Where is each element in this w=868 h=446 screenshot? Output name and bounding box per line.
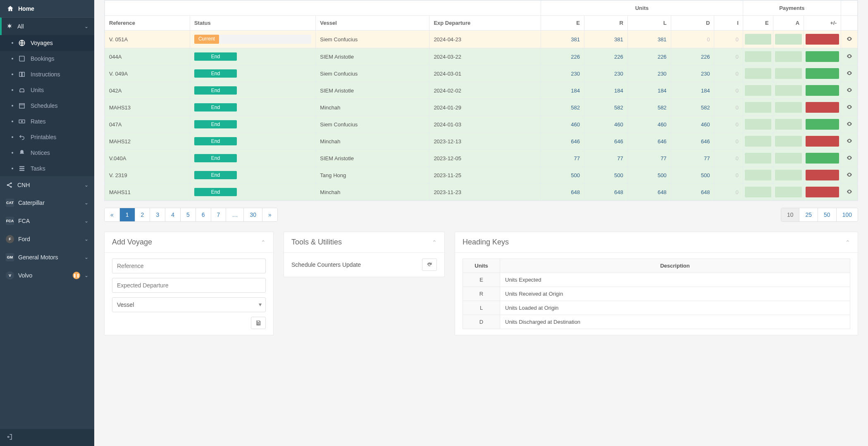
th-units-l[interactable]: L [627,16,671,31]
nav-fca[interactable]: FCA FCA ⌄ [0,212,94,230]
cell-reference: V. 2319 [105,167,190,184]
save-voyage-button[interactable] [251,317,266,329]
page-next[interactable]: » [262,208,277,221]
nav-home[interactable]: Home [0,0,94,17]
view-row-button[interactable] [841,48,858,65]
table-row[interactable]: V.040AEndSIEM Aristotle2023-12-057777777… [105,150,858,167]
view-row-button[interactable] [841,31,858,48]
view-row-button[interactable] [841,167,858,184]
page-4[interactable]: 4 [165,208,181,221]
add-voyage-panel: Add Voyage ⌃ Vessel [104,232,274,335]
nav-schedules[interactable]: Schedules [0,98,94,114]
size-100[interactable]: 100 [837,208,858,221]
chevron-down-icon: ⌄ [84,218,88,224]
collapse-icon[interactable]: ⌃ [261,239,266,246]
nav-units[interactable]: Units [0,82,94,98]
page-last[interactable]: 30 [244,208,262,221]
nav-all[interactable]: All ⌄ [0,17,94,35]
nav-rates[interactable]: Rates [0,114,94,129]
view-row-button[interactable] [841,116,858,133]
th-exp-departure[interactable]: Exp Departure [429,16,541,31]
cell-vessel: Siem Confucius [316,116,429,133]
cell-pay-a [773,99,804,116]
view-row-button[interactable] [841,150,858,167]
cell-units-i: 0 [714,31,743,48]
page-5[interactable]: 5 [181,208,196,221]
size-10[interactable]: 10 [781,208,800,221]
table-row[interactable]: 044AEndSIEM Aristotle2024-03-22226226226… [105,48,858,65]
nav-cnh-label: CNH [17,182,80,188]
expected-departure-input[interactable] [112,278,266,293]
cell-units-e: 648 [541,184,584,201]
table-row[interactable]: 042AEndSIEM Aristotle2024-02-02184184184… [105,82,858,99]
cell-units-r: 230 [584,65,627,82]
page-3[interactable]: 3 [150,208,165,221]
cell-exp-departure: 2024-04-23 [429,31,541,48]
th-status[interactable]: Status [190,16,315,31]
nav-bookings[interactable]: Bookings [0,51,94,66]
table-row[interactable]: MAHS11EndMinchah2023-11-236486486486480 [105,184,858,201]
th-units-e[interactable]: E [541,16,584,31]
nav-gm[interactable]: GM General Motors ⌄ [0,248,94,266]
refresh-counters-button[interactable] [422,259,437,271]
nav-voyages[interactable]: Voyages [0,35,94,51]
th-pay-e[interactable]: E [743,16,773,31]
cell-status: End [190,116,315,133]
keys-row: LUnits Loaded at Origin [463,301,850,315]
page-1[interactable]: 1 [120,208,135,221]
reference-input[interactable] [112,259,266,273]
view-row-button[interactable] [841,184,858,201]
table-row[interactable]: V. 049AEndSiem Confucius2024-03-01230230… [105,65,858,82]
th-units-d[interactable]: D [671,16,714,31]
collapse-icon[interactable]: ⌃ [845,239,850,246]
collapse-icon[interactable]: ⌃ [432,239,437,246]
view-row-button[interactable] [841,133,858,150]
nav-instructions[interactable]: Instructions [0,66,94,82]
svg-point-2 [23,91,24,92]
table-row[interactable]: V. 051ACurrentSiem Confucius2024-04-2338… [105,31,858,48]
view-row-button[interactable] [841,99,858,116]
cell-pay-a [773,82,804,99]
table-row[interactable]: 047AEndSiem Confucius2024-01-03460460460… [105,116,858,133]
logout-button[interactable] [7,435,14,442]
page-2[interactable]: 2 [135,208,150,221]
th-vessel[interactable]: Vessel [316,16,429,31]
eye-icon [846,104,853,110]
vessel-select[interactable]: Vessel [112,297,266,312]
cell-reference: MAHS13 [105,99,190,116]
th-units-r[interactable]: R [584,16,627,31]
nav-tasks[interactable]: Tasks [0,161,94,176]
th-units-i[interactable]: I [714,16,743,31]
cell-units-d: 460 [671,116,714,133]
page-6[interactable]: 6 [196,208,211,221]
view-row-button[interactable] [841,65,858,82]
nav-ford[interactable]: F Ford ⌄ [0,230,94,248]
table-row[interactable]: V. 2319EndTang Hong2023-11-2550050050050… [105,167,858,184]
nav-cnh[interactable]: CNH ⌄ [0,176,94,194]
th-group-payments: Payments [743,1,841,16]
table-row[interactable]: MAHS12EndMinchah2023-12-136466466466460 [105,133,858,150]
nav-caterpillar[interactable]: CAT Caterpillar ⌄ [0,194,94,212]
nav-printables[interactable]: Printables [0,129,94,145]
th-pay-a[interactable]: A [773,16,804,31]
nav-notices[interactable]: Notices [0,145,94,161]
nav-volvo[interactable]: V Volvo ❚❚ ⌄ [0,266,94,285]
cell-pay-a [773,48,804,65]
th-pay-pm[interactable]: +/- [804,16,841,31]
cell-reference: 042A [105,82,190,99]
cat-logo-icon: CAT [6,199,14,207]
chevron-down-icon: ⌄ [84,254,88,260]
eye-icon [846,87,853,93]
view-row-button[interactable] [841,82,858,99]
svg-rect-4 [19,120,25,123]
th-reference[interactable]: Reference [105,16,190,31]
nav-ford-label: Ford [18,236,80,242]
size-50[interactable]: 50 [818,208,837,221]
size-25[interactable]: 25 [799,208,818,221]
page-prev[interactable]: « [105,208,120,221]
cell-status: End [190,99,315,116]
nav-rates-label: Rates [31,118,46,125]
table-row[interactable]: MAHS13EndMinchah2024-01-295825825825820 [105,99,858,116]
page-7[interactable]: 7 [211,208,227,221]
cell-units-r: 460 [584,116,627,133]
